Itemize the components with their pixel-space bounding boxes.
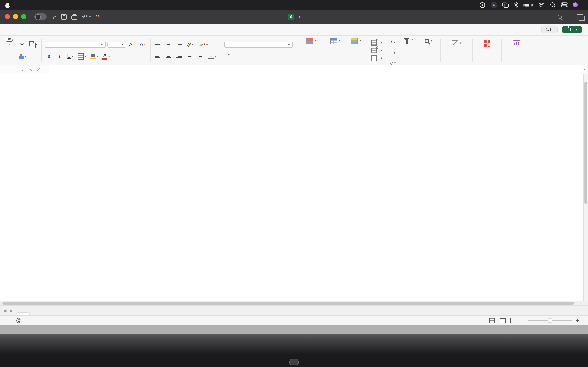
control-center-icon[interactable] <box>561 2 568 7</box>
redo-icon[interactable]: ↷ <box>95 13 100 20</box>
fill-color-icon <box>90 54 96 59</box>
prev-sheet-icon[interactable]: ◀ <box>3 308 6 313</box>
align-left-button[interactable] <box>154 52 163 61</box>
wrap-text-button[interactable]: ab↵▾ <box>196 40 209 49</box>
sensitivity-icon <box>452 40 458 45</box>
delete-cells-button[interactable]: ▾ <box>371 48 382 53</box>
font-size-combobox[interactable]: ▾ <box>107 42 126 48</box>
sort-filter-button[interactable]: ▾ <box>399 38 418 43</box>
confirm-entry-icon[interactable]: ✓ <box>36 67 40 72</box>
print-icon[interactable] <box>72 15 77 19</box>
find-select-button[interactable]: ▾ <box>420 38 438 44</box>
percent-format-button[interactable] <box>234 50 243 59</box>
zoom-in-icon[interactable]: + <box>576 317 579 323</box>
wifi-icon[interactable] <box>538 2 545 7</box>
user-app-menu-icon[interactable] <box>573 2 578 7</box>
paste-icon <box>6 39 13 42</box>
align-middle-button[interactable] <box>164 40 173 49</box>
spotlight-search-icon[interactable] <box>550 2 556 8</box>
autosum-button[interactable]: Σ▾ <box>389 38 398 47</box>
cell-styles-button[interactable]: ▾ <box>347 38 365 45</box>
zoom-slider[interactable] <box>528 320 573 321</box>
currency-format-button[interactable]: ▾ <box>224 50 233 59</box>
clear-button[interactable]: ◇▾ <box>389 58 398 65</box>
underline-button[interactable]: U▾ <box>66 52 75 61</box>
horizontal-scrollbar-thumb[interactable] <box>2 302 574 305</box>
increase-decimal-button[interactable] <box>256 50 265 59</box>
decrease-font-size-button[interactable]: A˅ <box>138 40 147 49</box>
decrease-decimal-button[interactable] <box>267 50 276 59</box>
bluetooth-icon[interactable] <box>514 2 518 8</box>
normal-view-icon[interactable] <box>489 318 495 323</box>
paste-button[interactable]: ▾ <box>3 38 15 47</box>
accessibility-status[interactable] <box>16 318 24 323</box>
italic-button[interactable]: I <box>55 52 64 61</box>
increase-font-size-button[interactable]: A˄ <box>128 40 137 49</box>
analyze-data-icon[interactable] <box>513 40 520 47</box>
windows-layers-icon[interactable] <box>502 2 509 8</box>
minimize-window-button[interactable] <box>13 14 18 19</box>
align-center-button[interactable] <box>164 52 173 61</box>
screen-record-icon[interactable] <box>479 2 485 8</box>
autosave-toggle[interactable] <box>34 13 47 20</box>
undo-icon[interactable]: ↶ <box>82 13 87 20</box>
cancel-entry-icon[interactable]: × <box>29 67 32 72</box>
copy-button[interactable]: ▾ <box>28 40 38 49</box>
fill-button[interactable]: ↓▾ <box>389 48 398 57</box>
copy-icon <box>29 41 35 47</box>
orientation-button[interactable]: ab▾ <box>185 40 195 49</box>
formula-input[interactable] <box>49 65 581 74</box>
close-window-button[interactable] <box>5 14 10 19</box>
bold-button[interactable]: B <box>44 52 53 61</box>
home-icon[interactable]: ⌂ <box>53 13 57 20</box>
align-top-button[interactable] <box>154 40 163 49</box>
conditional-formatting-button[interactable]: ▾ <box>299 38 324 45</box>
comma-format-button[interactable] <box>245 50 254 59</box>
formula-bar-expand-icon[interactable]: ▾ <box>581 65 588 74</box>
vertical-scrollbar-thumb[interactable] <box>584 82 587 204</box>
share-button[interactable]: ▾ <box>562 26 582 33</box>
format-painter-button[interactable]: ▾ <box>17 52 27 61</box>
page-layout-view-icon[interactable] <box>500 318 506 323</box>
w-status-icon[interactable]: w <box>491 2 497 8</box>
excel-title-bar: ⌂ ↶▾ ↷ ⋯ X ▾ <box>0 10 588 24</box>
addins-icon[interactable] <box>484 40 491 47</box>
font-name-combobox[interactable]: ▾ <box>44 42 106 48</box>
apple-menu-icon[interactable] <box>5 2 10 8</box>
vertical-scrollbar[interactable] <box>583 74 588 300</box>
sensitivity-button[interactable]: ▾ <box>452 40 462 45</box>
more-commands-icon[interactable]: ⋯ <box>105 13 111 20</box>
name-box[interactable]: ▲▼ <box>0 65 25 74</box>
zoom-window-button[interactable] <box>21 14 26 19</box>
increase-indent-button[interactable]: ⇥ <box>196 52 205 61</box>
save-icon[interactable] <box>61 14 67 19</box>
sheet-tab-sheet1[interactable] <box>16 312 30 315</box>
zoom-out-icon[interactable]: − <box>521 317 524 324</box>
add-sheet-button[interactable] <box>33 307 40 314</box>
format-cells-button[interactable]: ▾ <box>371 55 382 61</box>
zoom-slider-knob[interactable] <box>548 318 553 323</box>
align-right-button[interactable] <box>175 52 184 61</box>
comments-button[interactable] <box>541 26 558 33</box>
format-as-table-button[interactable]: ▾ <box>325 38 346 45</box>
horizontal-scrollbar[interactable] <box>0 300 588 305</box>
align-bottom-button[interactable] <box>175 40 184 49</box>
page-break-view-icon[interactable] <box>510 318 516 323</box>
document-title-chevron-icon[interactable]: ▾ <box>299 15 300 18</box>
fill-color-button[interactable]: ▾ <box>89 52 99 61</box>
search-field[interactable] <box>558 15 564 19</box>
font-color-button[interactable]: A▾ <box>101 52 111 61</box>
merge-center-button[interactable]: ↔▾ <box>207 52 218 61</box>
share-icon <box>567 28 571 31</box>
align-bottom-icon <box>177 43 182 46</box>
next-sheet-icon[interactable]: ▶ <box>9 308 13 313</box>
undo-chevron-icon[interactable]: ▾ <box>89 15 91 18</box>
cut-button[interactable]: ✂ <box>17 40 26 49</box>
borders-button[interactable]: ▾ <box>76 52 87 61</box>
window-options-icon[interactable] <box>577 14 583 19</box>
decrease-indent-button[interactable]: ⇤ <box>185 52 194 61</box>
name-box-spinner[interactable]: ▲▼ <box>21 67 23 72</box>
insert-cells-button[interactable]: ▾ <box>371 40 382 45</box>
borders-icon <box>78 53 84 59</box>
number-format-combobox[interactable]: ▾ <box>224 42 293 48</box>
